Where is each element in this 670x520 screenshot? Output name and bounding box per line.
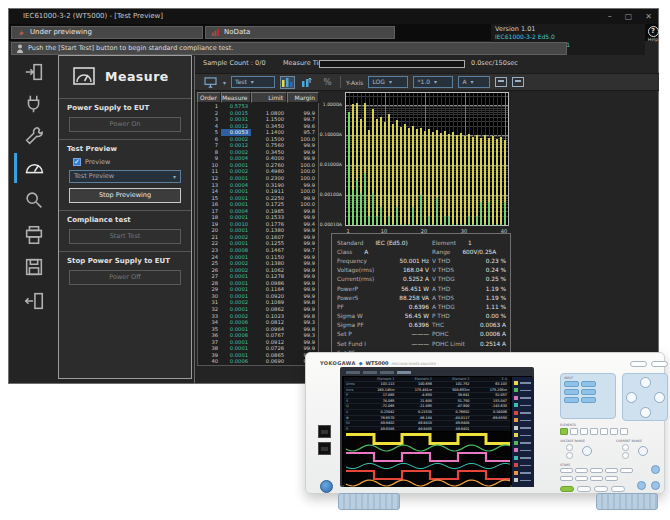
stop-previewing-button[interactable]: Stop Previewing [69, 188, 181, 203]
stat-row: V THDS0.24 % [432, 266, 506, 275]
y-axis-tick-label: 0.00010A [320, 222, 342, 227]
sidebar-item-measure[interactable] [13, 153, 55, 183]
measure-bar [432, 224, 435, 225]
app-window: IEC61000-3-2 (WT5000) - [Test Preview] –… [8, 8, 659, 384]
y-axis-tick-label: 0.01000A [320, 162, 342, 167]
selection-indicator [14, 153, 17, 183]
column-header-limit[interactable]: Limit [251, 92, 287, 103]
stat-row: V THDG0.25 % [432, 275, 506, 284]
screen-table-cell: -72.065 [360, 404, 398, 409]
multiplier-select[interactable]: *1.0 ▾ [413, 76, 453, 88]
measure-bar [452, 224, 455, 225]
minimize-button[interactable]: – [608, 9, 612, 24]
chevron-down-icon: ▾ [471, 77, 474, 87]
limit-bar [384, 122, 387, 225]
stat-value: IEC (Ed5.0) [363, 240, 429, 246]
stat-value: 0.6396 [364, 322, 429, 328]
instrument-key [581, 389, 596, 395]
gridline [346, 126, 508, 127]
measurement-stats-panel: StandardIEC (Ed5.0)ClassAFrequency50.001… [331, 233, 511, 359]
instrument-key [564, 389, 579, 395]
stat-value: 0.25 % [455, 276, 506, 282]
chevron-down-icon[interactable]: ▾ [223, 79, 226, 86]
main-area: Sample Count : 0/0 Measure Time : 0.0sec… [195, 55, 659, 383]
sidebar-item-exit[interactable] [13, 286, 55, 316]
sidebar-item-settings[interactable] [13, 121, 55, 151]
help-button[interactable]: ? Help [646, 24, 660, 55]
stat-value: 600V/0.25A [450, 249, 506, 255]
measure-bar [364, 173, 367, 225]
usb-port [318, 425, 331, 438]
sidebar-item-wiring[interactable] [13, 89, 55, 119]
chevron-down-icon: ▾ [434, 77, 437, 87]
stat-row: StandardIEC (Ed5.0) [337, 238, 429, 247]
screen-table-cell: 175.205m [473, 388, 511, 393]
stat-value: 1.19 % [454, 295, 506, 301]
help-icon[interactable]: ? [648, 26, 659, 37]
display-mode-button[interactable] [203, 76, 218, 89]
model-subtitle: PRECISION POWER ANALYZER [391, 362, 436, 366]
maximize-button[interactable]: ▢ [625, 9, 633, 24]
instrument-key [594, 486, 608, 492]
screen-table-cell: 51.750 [435, 399, 473, 404]
screen-table-header-cell [344, 377, 360, 381]
percent-view-button[interactable]: % [320, 76, 335, 89]
stat-label: Current(rms) [337, 276, 374, 282]
sidebar-item-print[interactable] [13, 220, 55, 250]
sidebar-item-save[interactable] [13, 252, 55, 282]
instrument-key [611, 486, 625, 492]
unit-select[interactable]: A ▾ [458, 76, 490, 88]
test-preview-heading: Test Preview [59, 140, 191, 157]
side-menu-item [514, 432, 532, 440]
side-menu-item [514, 409, 532, 417]
side-menu-item [514, 379, 532, 387]
limit-bar [500, 137, 503, 225]
screen-table-cell: 52.057 [473, 393, 511, 398]
stat-value: 0.24 % [454, 267, 506, 273]
measure-bar [396, 207, 399, 225]
measure-bar [424, 224, 427, 225]
save-icon [23, 256, 45, 278]
column-header-order[interactable]: Order [197, 92, 221, 103]
preview-mode-select[interactable]: Test Preview ▾ [69, 170, 181, 183]
instrument-key [581, 381, 596, 387]
screen-table-header-cell: Element 1 [360, 377, 398, 381]
power-on-button[interactable]: Power On [69, 117, 181, 132]
screen-table-header-cell: Element 2 [398, 377, 436, 381]
gridline-major [346, 105, 508, 106]
sidebar-item-connect[interactable] [13, 57, 55, 87]
preview-status-icon [17, 28, 26, 37]
stat-row: A THDS1.19 % [432, 293, 506, 302]
side-menu-item [514, 454, 532, 462]
gridline [346, 114, 508, 115]
stat-label: Voltage(rms) [337, 267, 374, 273]
instrument-key [564, 381, 579, 387]
screen-table-cell: 74.065 [360, 399, 398, 404]
limit-bar [444, 131, 447, 225]
stat-row: A THD1.19 % [432, 284, 506, 293]
instrument-key [620, 428, 628, 435]
cascade-windows-icon[interactable] [495, 77, 507, 87]
voltage-range-label: VOLTAGE RANGE [560, 439, 585, 443]
scale-select[interactable]: LOG ▾ [368, 76, 408, 88]
voltage-range-knob [582, 446, 592, 456]
close-button[interactable]: ✕ [645, 9, 652, 24]
stat-row: Set P——— [337, 330, 429, 339]
power-off-button[interactable]: Power Off [69, 270, 181, 285]
screen-numeric-table: Element 1Element 2Element 3Σ AUrms103.11… [344, 377, 510, 431]
screen-table-cell: 100.656 [398, 382, 436, 387]
preview-checkbox[interactable]: ✓ [73, 158, 81, 166]
sidebar-item-review[interactable] [13, 185, 55, 215]
measure-bar [412, 207, 415, 225]
start-test-button[interactable]: Start Test [69, 229, 181, 244]
bar-graph-list-button[interactable] [300, 76, 315, 89]
screen-table-cell: 17.065 [360, 393, 398, 398]
limit-bar [472, 137, 475, 225]
bar-graph-button[interactable] [280, 76, 295, 89]
measure-bar [388, 216, 391, 225]
stat-row: PF0.6396 [337, 302, 429, 311]
view-select[interactable]: Test ▾ [231, 76, 275, 88]
column-header-measure[interactable]: Measure [221, 92, 251, 103]
limit-bar [452, 132, 455, 225]
tile-windows-icon[interactable] [512, 77, 524, 87]
